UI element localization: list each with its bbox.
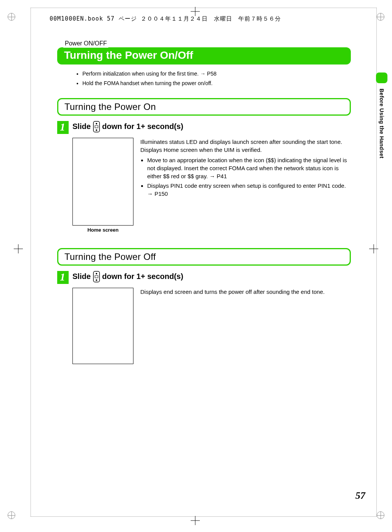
intro-bullet-list: Perform initialization when using for th… [67, 70, 351, 87]
step-instruction: Slide down for 1+ second(s) [72, 271, 183, 282]
side-tab-pill [376, 73, 387, 83]
subsection-heading-off: Turning the Power Off [57, 248, 351, 266]
desc-line: Displays end screen and turns the power … [140, 288, 351, 296]
svg-rect-2 [95, 126, 98, 128]
slide-switch-icon [93, 271, 100, 282]
step-text-after: down for 1+ second(s) [102, 122, 183, 131]
step-instruction: Slide down for 1+ second(s) [72, 121, 183, 132]
crop-mark-icon [191, 516, 200, 525]
subsection-heading-on: Turning the Power On [57, 98, 351, 116]
intro-bullet: Hold the FOMA handset when turning the p… [82, 79, 351, 87]
registration-mark-icon [8, 13, 15, 21]
step-row: 1 Slide down for 1+ second(s) [57, 121, 351, 134]
crop-mark-icon [369, 244, 378, 253]
screenshot-caption: Home screen [72, 227, 133, 233]
screenshot-frame [72, 138, 133, 226]
crop-mark-icon [14, 244, 23, 253]
screenshot-frame [72, 288, 133, 364]
desc-line: Illuminates status LED and displays laun… [140, 138, 351, 146]
registration-mark-icon [377, 511, 384, 519]
intro-bullet: Perform initialization when using for th… [82, 70, 351, 78]
step-body: Home screen Illuminates status LED and d… [72, 138, 351, 233]
svg-point-7 [96, 279, 97, 281]
step-number: 1 [57, 271, 69, 284]
svg-rect-6 [95, 276, 98, 278]
step-number: 1 [57, 121, 69, 134]
crop-mark-icon [191, 7, 200, 16]
desc-bullet: Displays PIN1 code entry screen when set… [147, 182, 351, 198]
section-small-title: Power ON/OFF [63, 40, 108, 48]
svg-point-1 [96, 123, 97, 124]
screenshot-placeholder: Home screen [72, 138, 133, 233]
registration-mark-icon [8, 511, 15, 519]
step-description: Illuminates status LED and displays laun… [140, 138, 351, 233]
step-text-before: Slide [72, 272, 91, 281]
step-row: 1 Slide down for 1+ second(s) [57, 271, 351, 284]
registration-mark-icon [377, 13, 384, 21]
side-tab-label: Before Using the Handset [379, 89, 385, 158]
page-number: 57 [355, 490, 365, 501]
svg-point-3 [96, 129, 97, 131]
step-body: Displays end screen and turns the power … [72, 288, 351, 364]
page-content: Power ON/OFF Turning the Power On/Off Pe… [57, 40, 351, 379]
screenshot-placeholder [72, 288, 133, 364]
desc-bullet: Move to an appropriate location when the… [147, 156, 351, 180]
section-title: Turning the Power On/Off [57, 47, 351, 64]
desc-line: Displays Home screen when the UIM is ver… [140, 146, 351, 154]
side-chapter-tab: Before Using the Handset [375, 73, 388, 158]
step-text-before: Slide [72, 122, 91, 131]
book-header-line: 00M1000EN.book 57 ページ ２００４年１１月２４日 水曜日 午前… [50, 15, 281, 23]
step-text-after: down for 1+ second(s) [102, 272, 183, 281]
svg-point-5 [96, 273, 97, 274]
step-description: Displays end screen and turns the power … [140, 288, 351, 364]
slide-switch-icon [93, 121, 100, 132]
